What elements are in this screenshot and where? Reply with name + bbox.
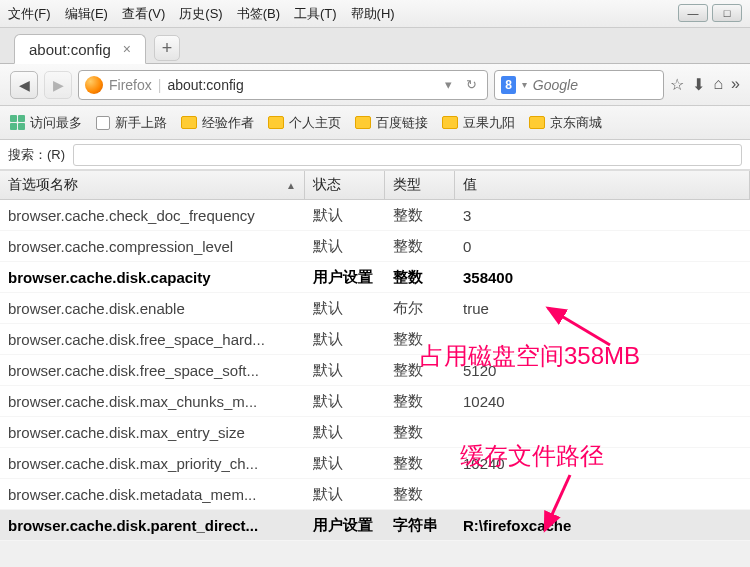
home-icon[interactable]: ⌂ (713, 75, 723, 94)
bookmark-bar: 访问最多 新手上路 经验作者 个人主页 百度链接 豆果九阳 京东商城 (0, 106, 750, 140)
table-row[interactable]: browser.cache.check_doc_frequency默认整数3 (0, 200, 750, 231)
cell-value: 0 (455, 238, 750, 255)
table-row[interactable]: browser.cache.disk.free_space_soft...默认整… (0, 355, 750, 386)
search-box[interactable]: 8 ▾ (494, 70, 664, 100)
bookmark-novice[interactable]: 新手上路 (96, 114, 167, 132)
window-controls: — □ (678, 4, 742, 22)
menu-tools[interactable]: 工具(T) (294, 5, 337, 23)
cell-value: 5120 (455, 362, 750, 379)
reload-icon[interactable]: ↻ (462, 77, 481, 92)
cell-name: browser.cache.disk.metadata_mem... (0, 486, 305, 503)
minimize-button[interactable]: — (678, 4, 708, 22)
cell-value: true (455, 300, 750, 317)
back-button[interactable]: ◀ (10, 71, 38, 99)
bookmark-experience[interactable]: 经验作者 (181, 114, 254, 132)
menu-file[interactable]: 文件(F) (8, 5, 51, 23)
url-brand: Firefox (109, 77, 152, 93)
cell-value: 3 (455, 207, 750, 224)
download-icon[interactable]: ⬇ (692, 75, 705, 94)
close-icon[interactable]: × (123, 41, 131, 57)
bookmark-baidu[interactable]: 百度链接 (355, 114, 428, 132)
col-value[interactable]: 值 (455, 171, 750, 199)
cell-type: 整数 (385, 485, 455, 504)
cell-name: browser.cache.disk.free_space_hard... (0, 331, 305, 348)
star-icon[interactable]: ☆ (670, 75, 684, 94)
cell-name: browser.cache.disk.max_chunks_m... (0, 393, 305, 410)
cell-name: browser.cache.disk.capacity (0, 269, 305, 286)
cell-name: browser.cache.check_doc_frequency (0, 207, 305, 224)
new-tab-button[interactable]: + (154, 35, 180, 61)
cell-value: 10240 (455, 455, 750, 472)
address-bar[interactable]: Firefox | about:config ▾ ↻ (78, 70, 488, 100)
cell-type: 整数 (385, 206, 455, 225)
bookmark-douguo[interactable]: 豆果九阳 (442, 114, 515, 132)
tab-aboutconfig[interactable]: about:config × (14, 34, 146, 64)
config-table: 首选项名称▲ 状态 类型 值 browser.cache.check_doc_f… (0, 170, 750, 541)
cell-state: 默认 (305, 454, 385, 473)
search-input[interactable] (533, 77, 658, 93)
tab-title: about:config (29, 41, 111, 58)
cell-name: browser.cache.compression_level (0, 238, 305, 255)
cell-value: 358400 (455, 269, 750, 286)
google-icon: 8 (501, 76, 515, 94)
firefox-icon (85, 76, 103, 94)
table-row[interactable]: browser.cache.disk.capacity用户设置整数358400 (0, 262, 750, 293)
table-row[interactable]: browser.cache.disk.parent_direct...用户设置字… (0, 510, 750, 541)
menu-bookmarks[interactable]: 书签(B) (237, 5, 280, 23)
chevron-down-icon[interactable]: ▾ (522, 79, 527, 90)
cell-name: browser.cache.disk.max_entry_size (0, 424, 305, 441)
table-row[interactable]: browser.cache.disk.metadata_mem...默认整数 (0, 479, 750, 510)
cell-state: 默认 (305, 423, 385, 442)
toolbar-right: ☆ ⬇ ⌂ » (670, 75, 740, 94)
table-row[interactable]: browser.cache.disk.max_entry_size默认整数 (0, 417, 750, 448)
table-row[interactable]: browser.cache.compression_level默认整数0 (0, 231, 750, 262)
tab-bar: about:config × + (0, 28, 750, 64)
cell-type: 整数 (385, 454, 455, 473)
forward-button[interactable]: ▶ (44, 71, 72, 99)
col-name[interactable]: 首选项名称▲ (0, 171, 305, 199)
col-state[interactable]: 状态 (305, 171, 385, 199)
table-row[interactable]: browser.cache.disk.enable默认布尔true (0, 293, 750, 324)
cell-state: 用户设置 (305, 516, 385, 535)
filter-input[interactable] (73, 144, 742, 166)
cell-type: 整数 (385, 423, 455, 442)
cell-type: 布尔 (385, 299, 455, 318)
cell-type: 整数 (385, 330, 455, 349)
cell-name: browser.cache.disk.enable (0, 300, 305, 317)
menu-history[interactable]: 历史(S) (179, 5, 222, 23)
url-text: about:config (167, 77, 243, 93)
menu-edit[interactable]: 编辑(E) (65, 5, 108, 23)
bookmark-personal[interactable]: 个人主页 (268, 114, 341, 132)
cell-type: 整数 (385, 361, 455, 380)
cell-state: 默认 (305, 392, 385, 411)
cell-name: browser.cache.disk.max_priority_ch... (0, 455, 305, 472)
table-row[interactable]: browser.cache.disk.max_chunks_m...默认整数10… (0, 386, 750, 417)
table-row[interactable]: browser.cache.disk.max_priority_ch...默认整… (0, 448, 750, 479)
cell-type: 整数 (385, 237, 455, 256)
cell-name: browser.cache.disk.free_space_soft... (0, 362, 305, 379)
nav-toolbar: ◀ ▶ Firefox | about:config ▾ ↻ 8 ▾ ☆ ⬇ ⌂… (0, 64, 750, 106)
cell-state: 默认 (305, 299, 385, 318)
menu-help[interactable]: 帮助(H) (351, 5, 395, 23)
table-row[interactable]: browser.cache.disk.free_space_hard...默认整… (0, 324, 750, 355)
bookmark-jd[interactable]: 京东商城 (529, 114, 602, 132)
cell-state: 默认 (305, 237, 385, 256)
col-type[interactable]: 类型 (385, 171, 455, 199)
maximize-button[interactable]: □ (712, 4, 742, 22)
menu-bar: 文件(F) 编辑(E) 查看(V) 历史(S) 书签(B) 工具(T) 帮助(H… (0, 0, 750, 28)
cell-state: 默认 (305, 206, 385, 225)
table-header: 首选项名称▲ 状态 类型 值 (0, 170, 750, 200)
cell-value: 10240 (455, 393, 750, 410)
cell-state: 默认 (305, 485, 385, 504)
filter-label: 搜索：(R) (0, 146, 73, 164)
cell-state: 默认 (305, 330, 385, 349)
table-body: browser.cache.check_doc_frequency默认整数3br… (0, 200, 750, 541)
cell-state: 用户设置 (305, 268, 385, 287)
sort-asc-icon: ▲ (286, 180, 296, 191)
cell-type: 整数 (385, 268, 455, 287)
dropdown-icon[interactable]: ▾ (441, 77, 456, 92)
overflow-icon[interactable]: » (731, 75, 740, 94)
menu-view[interactable]: 查看(V) (122, 5, 165, 23)
cell-name: browser.cache.disk.parent_direct... (0, 517, 305, 534)
bookmark-most-visited[interactable]: 访问最多 (10, 114, 82, 132)
